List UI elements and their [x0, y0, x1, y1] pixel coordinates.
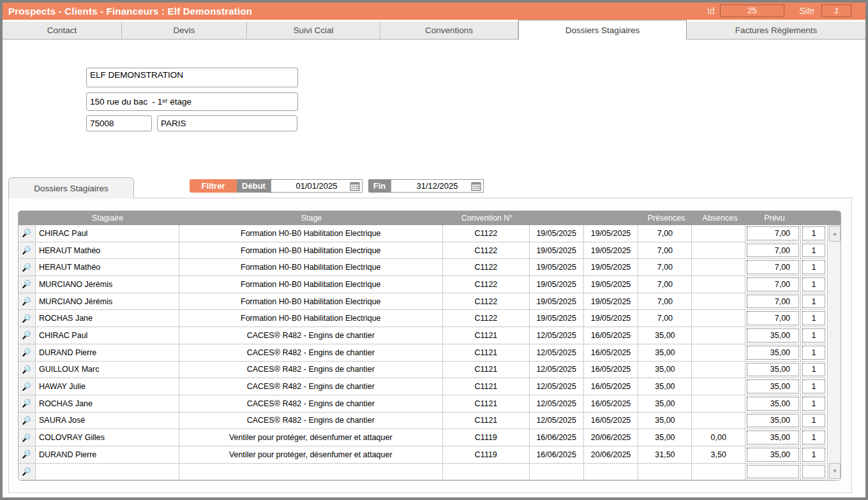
cell-absences[interactable]: 0,00: [692, 429, 745, 446]
prevu-input[interactable]: 7,00: [747, 260, 799, 274]
cell-stage[interactable]: CACES® R482 - Engins de chantier: [179, 327, 443, 344]
filtrer-button[interactable]: Filtrer: [190, 179, 237, 193]
cell-presences[interactable]: 7,00: [638, 293, 692, 311]
cell-stagiaire[interactable]: MURCIANO Jérémis: [36, 293, 179, 311]
cell-convention[interactable]: C1121: [443, 344, 530, 362]
header-stagiaire[interactable]: Stagiaire: [36, 211, 179, 225]
prevu-input[interactable]: 7,00: [747, 295, 799, 309]
count-input[interactable]: 1: [802, 346, 825, 360]
start-date-calendar-button[interactable]: [349, 181, 360, 191]
cell-date-debut[interactable]: 12/05/2025: [530, 413, 584, 430]
header-stage[interactable]: Stage: [179, 211, 444, 225]
cell-date-fin[interactable]: 20/06/2025: [584, 429, 639, 446]
site-field[interactable]: 1: [821, 4, 851, 17]
cell-date-fin[interactable]: [584, 464, 639, 481]
tab-devis[interactable]: Devis: [122, 22, 247, 40]
cell-absences[interactable]: [692, 464, 745, 481]
cell-date-debut[interactable]: 19/05/2025: [530, 242, 584, 260]
cell-stagiaire[interactable]: MURCIANO Jérémis: [36, 276, 179, 293]
cell-date-debut[interactable]: 19/05/2025: [530, 293, 584, 311]
cell-absences[interactable]: [692, 225, 745, 242]
cell-date-debut[interactable]: 12/05/2025: [530, 327, 584, 344]
cell-convention[interactable]: C1121: [443, 413, 530, 430]
count-input[interactable]: 1: [802, 379, 825, 393]
tab-contact[interactable]: Contact: [3, 22, 122, 40]
cell-stage[interactable]: CACES® R482 - Engins de chantier: [179, 413, 443, 430]
cell-date-debut[interactable]: 12/05/2025: [530, 378, 584, 395]
tab-suivi-ccial[interactable]: Suivi Ccial: [247, 22, 380, 40]
cell-date-fin[interactable]: 16/05/2025: [584, 413, 639, 430]
cell-stage[interactable]: CACES® R482 - Engins de chantier: [179, 344, 443, 362]
scroll-down-button[interactable]: ▼: [829, 463, 841, 479]
cell-date-fin[interactable]: 19/05/2025: [584, 259, 639, 276]
cell-convention[interactable]: C1121: [443, 395, 530, 413]
count-input[interactable]: 1: [802, 260, 825, 274]
cell-stage[interactable]: [179, 464, 443, 481]
prevu-input[interactable]: 35,00: [747, 414, 799, 428]
client-name-field[interactable]: ELF DEMONSTRATION: [86, 68, 298, 87]
row-search-button[interactable]: [19, 310, 36, 327]
cell-date-debut[interactable]: 16/06/2025: [530, 429, 584, 446]
cell-stagiaire[interactable]: DURAND Pierre: [36, 446, 179, 464]
cell-stagiaire[interactable]: ROCHAS Jane: [36, 395, 179, 413]
prevu-input[interactable]: [747, 465, 799, 479]
cell-date-debut[interactable]: 12/05/2025: [530, 362, 584, 379]
cell-absences[interactable]: [692, 413, 745, 430]
count-input[interactable]: 1: [802, 363, 825, 377]
cell-date-fin[interactable]: 19/05/2025: [584, 276, 639, 293]
cell-presences[interactable]: 7,00: [638, 242, 692, 260]
count-input[interactable]: 1: [802, 277, 825, 291]
cell-stagiaire[interactable]: SAURA José: [36, 413, 179, 430]
cell-convention[interactable]: C1122: [443, 242, 530, 260]
cell-presences[interactable]: [638, 464, 692, 481]
row-search-button[interactable]: [19, 242, 36, 260]
end-date-calendar-button[interactable]: [470, 181, 481, 191]
cell-presences[interactable]: 7,00: [638, 259, 692, 276]
cell-date-fin[interactable]: 16/05/2025: [584, 395, 639, 413]
row-search-button[interactable]: [19, 344, 36, 362]
cell-absences[interactable]: [692, 276, 745, 293]
cell-date-debut[interactable]: 16/06/2025: [530, 446, 584, 464]
count-input[interactable]: 1: [802, 311, 825, 325]
prevu-input[interactable]: 7,00: [747, 311, 799, 325]
cell-presences[interactable]: 35,00: [638, 362, 692, 379]
cell-date-fin[interactable]: 16/05/2025: [584, 362, 639, 379]
row-search-button[interactable]: [19, 395, 36, 413]
cell-date-debut[interactable]: 12/05/2025: [530, 344, 584, 362]
cell-convention[interactable]: C1122: [443, 225, 530, 242]
scroll-up-button[interactable]: ▲: [829, 226, 841, 242]
row-search-button[interactable]: [19, 276, 36, 293]
cell-stagiaire[interactable]: CHIRAC Paul: [36, 225, 179, 242]
cell-absences[interactable]: [692, 395, 745, 413]
count-input[interactable]: 1: [802, 430, 825, 445]
cell-stagiaire[interactable]: [36, 464, 179, 481]
cell-date-fin[interactable]: 20/06/2025: [584, 446, 639, 464]
prevu-input[interactable]: 35,00: [747, 430, 799, 445]
count-input[interactable]: 1: [802, 328, 825, 342]
count-input[interactable]: 1: [802, 448, 825, 462]
client-postal-code-field[interactable]: 75008: [86, 115, 152, 131]
cell-date-fin[interactable]: 16/05/2025: [584, 378, 639, 395]
cell-stagiaire[interactable]: ROCHAS Jane: [36, 310, 179, 327]
tab-conventions[interactable]: Conventions: [380, 22, 518, 40]
header-presences[interactable]: Présences: [640, 211, 693, 225]
prevu-input[interactable]: 7,00: [747, 226, 799, 240]
cell-convention[interactable]: C1122: [443, 276, 530, 293]
header-absences[interactable]: Absences: [693, 211, 747, 225]
end-date-field[interactable]: 31/12/2025: [391, 179, 484, 193]
cell-stage[interactable]: Formation H0-B0 Habilitation Electrique: [179, 259, 443, 276]
cell-stage[interactable]: CACES® R482 - Engins de chantier: [179, 362, 443, 379]
prevu-input[interactable]: 35,00: [747, 346, 799, 360]
id-field[interactable]: 25: [720, 4, 784, 17]
cell-absences[interactable]: [692, 362, 745, 379]
cell-convention[interactable]: C1122: [443, 293, 530, 311]
cell-stagiaire[interactable]: DURAND Pierre: [36, 344, 179, 362]
row-search-button[interactable]: [19, 464, 36, 481]
count-input[interactable]: 1: [802, 295, 825, 309]
header-convention[interactable]: Convention N°: [444, 211, 530, 225]
client-city-field[interactable]: PARIS: [157, 115, 297, 131]
cell-presences[interactable]: 35,00: [638, 429, 692, 446]
vertical-scrollbar[interactable]: ▲ ▼: [827, 225, 841, 480]
cell-date-debut[interactable]: 12/05/2025: [530, 395, 584, 413]
cell-convention[interactable]: C1121: [443, 378, 530, 395]
